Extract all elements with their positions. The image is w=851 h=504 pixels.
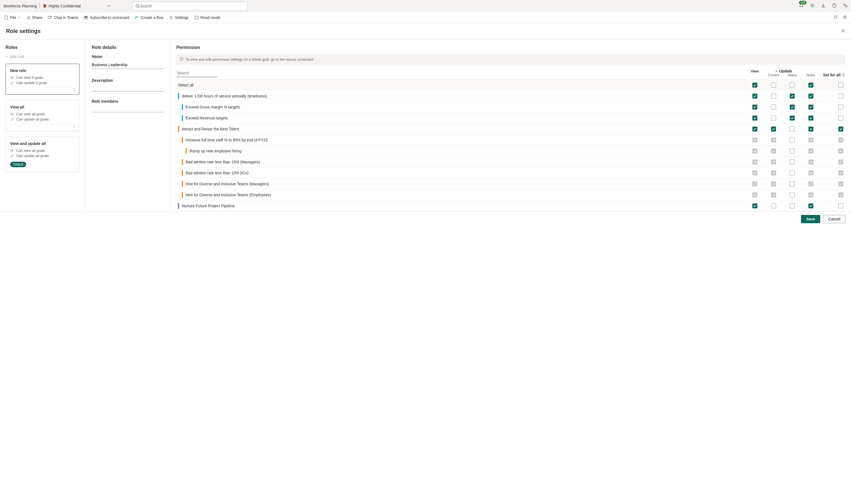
members-input[interactable] [92, 106, 163, 112]
checkbox-status[interactable] [790, 203, 795, 208]
more-icon[interactable]: ⋮ [72, 124, 76, 128]
role-update-text: Can update all goals [10, 117, 75, 121]
col-setforall[interactable]: Set for all [820, 73, 845, 77]
checkbox-view[interactable] [752, 203, 757, 208]
checkbox-notes[interactable] [809, 127, 813, 131]
flow-label: Create a flow [141, 15, 163, 20]
checkbox-view [752, 181, 757, 186]
description-input[interactable] [92, 85, 163, 91]
goal-label: Hire for Diverse and Inclusive Teams (Em… [186, 193, 746, 197]
svg-line-1 [138, 7, 140, 8]
favorite-icon[interactable] [843, 15, 847, 20]
create-flow-button[interactable]: Create a flow [135, 15, 163, 20]
checkbox-notes [809, 193, 813, 197]
cancel-button[interactable]: Cancel [823, 215, 846, 223]
settings-gear-icon[interactable] [810, 3, 815, 9]
file-menu[interactable]: File [4, 15, 21, 20]
checkbox-status[interactable] [790, 94, 795, 98]
checkbox-status[interactable] [790, 160, 795, 164]
checkbox-setforall[interactable] [838, 127, 843, 131]
svg-point-13 [12, 114, 13, 115]
status-bar [182, 159, 183, 165]
chat-label: Chat in Teams [54, 15, 78, 20]
checkbox-current[interactable] [771, 83, 776, 88]
search-input[interactable] [140, 4, 245, 8]
plus-icon: + [5, 54, 8, 59]
checkbox-status[interactable] [790, 138, 795, 142]
checkbox-status[interactable] [790, 181, 795, 186]
account-icon[interactable] [843, 3, 848, 9]
checkbox-setforall[interactable] [838, 115, 843, 121]
checkbox-current[interactable] [771, 94, 776, 98]
global-search[interactable] [133, 2, 248, 11]
more-icon[interactable]: ⋮ [72, 87, 76, 92]
role-name-input[interactable] [92, 61, 163, 69]
checkbox-notes[interactable] [809, 105, 813, 110]
checkbox-view[interactable] [752, 105, 757, 110]
add-role-button[interactable]: + Add role [5, 54, 80, 59]
goal-label: Hire for Diverse and Inclusive Teams (Ma… [186, 182, 746, 186]
checkbox-status[interactable] [790, 148, 795, 154]
checkbox-setforall[interactable] [838, 203, 843, 208]
status-bar [182, 115, 183, 121]
role-card[interactable]: View and update allCan view all goalsCan… [5, 137, 80, 172]
checkbox-setforall [838, 181, 843, 186]
checkbox-setforall[interactable] [838, 94, 843, 98]
checkbox-status[interactable] [790, 127, 795, 131]
checkbox-current[interactable] [771, 105, 776, 110]
checkbox-notes[interactable] [809, 83, 813, 88]
checkbox-view[interactable] [752, 83, 757, 88]
col-update[interactable]: Update [775, 69, 792, 73]
chat-teams-button[interactable]: Chat in Teams [48, 15, 78, 20]
goal-label: Increase full time staff % to 85% by end… [186, 138, 746, 142]
sensitivity-selector[interactable]: Highly Confidential [42, 4, 110, 8]
role-card[interactable]: View allCan view all goalsCan update all… [5, 100, 80, 131]
share-label: Share [32, 15, 42, 20]
checkbox-view[interactable] [752, 115, 757, 121]
checkbox-view [752, 170, 757, 175]
checkbox-notes[interactable] [809, 203, 813, 208]
checkbox-current[interactable] [771, 203, 776, 208]
checkbox-status[interactable] [790, 193, 795, 197]
col-current: Current [764, 73, 783, 77]
ribbon: File Share Chat in Teams Subscribe to sc… [0, 12, 851, 23]
checkbox-view [752, 193, 757, 197]
role-card[interactable]: New roleCan view 0 goalsCan update 0 goa… [5, 64, 80, 95]
checkbox-status[interactable] [790, 105, 795, 110]
save-button[interactable]: Save [801, 215, 820, 223]
subscribe-button[interactable]: Subscribe to scorecard [84, 15, 129, 20]
info-text: To view and edit permission settings on … [186, 57, 314, 61]
checkbox-notes[interactable] [809, 94, 813, 98]
status-bar [178, 203, 179, 209]
checkbox-current[interactable] [771, 127, 776, 131]
close-button[interactable] [841, 29, 845, 34]
checkbox-setforall[interactable] [838, 83, 843, 88]
notifications-button[interactable]: 119 [799, 3, 804, 9]
goal-label: Exceed Revenue targets [186, 116, 746, 120]
checkbox-notes[interactable] [809, 115, 813, 121]
read-mode-button[interactable]: Read mode [194, 15, 220, 20]
download-icon[interactable] [821, 3, 826, 9]
checkbox-view[interactable] [752, 127, 757, 131]
permission-row: Bad attrition rate less than 15% (Manage… [176, 157, 845, 167]
add-role-label: Add role [10, 54, 24, 59]
checkbox-view[interactable] [752, 94, 757, 98]
checkbox-notes [809, 148, 813, 154]
role-view-text: Can view all goals [10, 112, 75, 116]
goal-label: Attract and Retain the Best Talent [182, 127, 746, 131]
checkbox-status[interactable] [790, 115, 795, 121]
permission-heading: Permission [176, 45, 845, 50]
refresh-icon[interactable] [833, 15, 838, 20]
checkbox-current[interactable] [771, 115, 776, 121]
checkbox-status[interactable] [790, 170, 795, 175]
permission-search-input[interactable] [176, 70, 218, 77]
settings-button[interactable]: Settings [169, 15, 189, 20]
checkbox-status[interactable] [790, 83, 795, 88]
help-icon[interactable]: ? [832, 3, 837, 9]
checkbox-current [771, 160, 776, 164]
share-button[interactable]: Share [26, 15, 42, 20]
status-bar [178, 93, 179, 99]
col-view[interactable]: View [746, 69, 764, 73]
role-view-text: Can view 0 goals [10, 75, 75, 79]
checkbox-setforall[interactable] [838, 105, 843, 110]
